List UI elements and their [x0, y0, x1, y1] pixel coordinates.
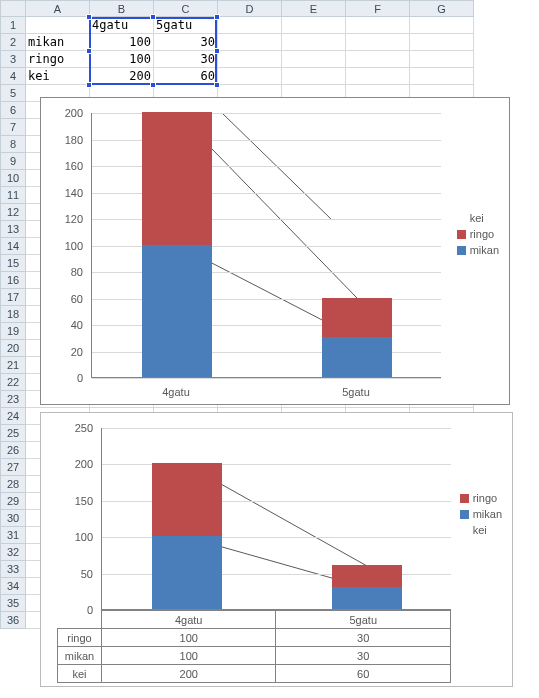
cell[interactable] [346, 34, 410, 51]
row-header[interactable]: 10 [1, 170, 26, 187]
cell[interactable]: 30 [154, 34, 218, 51]
row-header[interactable]: 4 [1, 68, 26, 85]
col-header[interactable]: D [218, 1, 282, 17]
chart-2[interactable]: 050100150200250 ringo mikan kei 4gatu 5g… [40, 412, 513, 687]
row-header[interactable]: 17 [1, 289, 26, 306]
row-header[interactable]: 3 [1, 51, 26, 68]
cell[interactable]: 200 [90, 68, 154, 85]
bar-mikan [152, 536, 222, 609]
row-header[interactable]: 7 [1, 119, 26, 136]
bar-mikan [332, 587, 402, 609]
col-header[interactable]: G [410, 1, 474, 17]
cell[interactable]: 100 [90, 51, 154, 68]
y-tick-label: 250 [63, 423, 93, 434]
y-tick-label: 50 [63, 568, 93, 579]
selection-handle[interactable] [150, 14, 156, 20]
col-header[interactable]: A [26, 1, 90, 17]
col-header[interactable]: E [282, 1, 346, 17]
row-header[interactable]: 30 [1, 510, 26, 527]
row-header[interactable]: 5 [1, 85, 26, 102]
cell[interactable] [410, 17, 474, 34]
cell[interactable]: kei [26, 68, 90, 85]
cell[interactable] [346, 68, 410, 85]
bar-ringo [142, 112, 212, 245]
row-header[interactable]: 9 [1, 153, 26, 170]
cell[interactable] [26, 17, 90, 34]
row-header[interactable]: 25 [1, 425, 26, 442]
cell[interactable] [410, 34, 474, 51]
cell[interactable] [282, 17, 346, 34]
cell[interactable] [218, 17, 282, 34]
row-header[interactable]: 18 [1, 306, 26, 323]
row-header[interactable]: 34 [1, 578, 26, 595]
cell[interactable] [410, 68, 474, 85]
cell[interactable]: ringo [26, 51, 90, 68]
y-tick-label: 150 [63, 495, 93, 506]
cell[interactable]: 60 [154, 68, 218, 85]
cell[interactable] [218, 51, 282, 68]
chart-1[interactable]: 020406080100120140160180200 4gatu 5gatu … [40, 97, 510, 405]
y-tick-label: 180 [53, 134, 83, 145]
cell[interactable]: mikan [26, 34, 90, 51]
y-tick-label: 60 [53, 293, 83, 304]
row-header[interactable]: 19 [1, 323, 26, 340]
row-header[interactable]: 22 [1, 374, 26, 391]
row-header[interactable]: 12 [1, 204, 26, 221]
row-header[interactable]: 2 [1, 34, 26, 51]
selection-handle[interactable] [86, 14, 92, 20]
row-header[interactable]: 15 [1, 255, 26, 272]
row-header[interactable]: 14 [1, 238, 26, 255]
row-header[interactable]: 1 [1, 17, 26, 34]
cell[interactable] [282, 34, 346, 51]
row-header[interactable]: 27 [1, 459, 26, 476]
selection-handle[interactable] [86, 48, 92, 54]
cell[interactable] [218, 68, 282, 85]
row-header[interactable]: 23 [1, 391, 26, 408]
legend-item: ringo [460, 492, 502, 504]
cell[interactable] [282, 68, 346, 85]
row-header[interactable]: 6 [1, 102, 26, 119]
cell[interactable] [346, 51, 410, 68]
cell[interactable] [346, 17, 410, 34]
cell[interactable]: 30 [154, 51, 218, 68]
row-header[interactable]: 20 [1, 340, 26, 357]
legend-item: mikan [460, 508, 502, 520]
y-tick-label: 100 [63, 532, 93, 543]
row-header[interactable]: 24 [1, 408, 26, 425]
row-header[interactable]: 21 [1, 357, 26, 374]
row-header[interactable]: 31 [1, 527, 26, 544]
row-header[interactable]: 33 [1, 561, 26, 578]
row-header[interactable]: 35 [1, 595, 26, 612]
cell[interactable]: 5gatu [154, 17, 218, 34]
selection-handle[interactable] [214, 82, 220, 88]
row-header[interactable]: 36 [1, 612, 26, 629]
chart-data-table: 4gatu 5gatu ringo 100 30 mikan 100 30 ke… [57, 610, 451, 683]
plot-area [91, 113, 441, 378]
x-tick-label: 5gatu [342, 386, 370, 398]
row-header[interactable]: 26 [1, 442, 26, 459]
cell[interactable]: 4gatu [90, 17, 154, 34]
col-header[interactable]: B [90, 1, 154, 17]
row-header[interactable]: 16 [1, 272, 26, 289]
cell[interactable] [410, 51, 474, 68]
legend-item: ringo [457, 228, 499, 240]
row-header[interactable]: 11 [1, 187, 26, 204]
selection-handle[interactable] [150, 82, 156, 88]
col-header-row[interactable]: A B C D E F G [1, 1, 474, 17]
select-all-corner[interactable] [1, 1, 26, 17]
row-header[interactable]: 8 [1, 136, 26, 153]
legend: ringo mikan kei [460, 488, 502, 540]
col-header[interactable]: F [346, 1, 410, 17]
row-header[interactable]: 32 [1, 544, 26, 561]
row-header[interactable]: 29 [1, 493, 26, 510]
cell[interactable]: 100 [90, 34, 154, 51]
selection-handle[interactable] [86, 82, 92, 88]
selection-handle[interactable] [214, 48, 220, 54]
selection-handle[interactable] [214, 14, 220, 20]
cell[interactable] [218, 34, 282, 51]
row-header[interactable]: 28 [1, 476, 26, 493]
cell[interactable] [282, 51, 346, 68]
col-header[interactable]: C [154, 1, 218, 17]
bar-ringo [152, 463, 222, 536]
row-header[interactable]: 13 [1, 221, 26, 238]
